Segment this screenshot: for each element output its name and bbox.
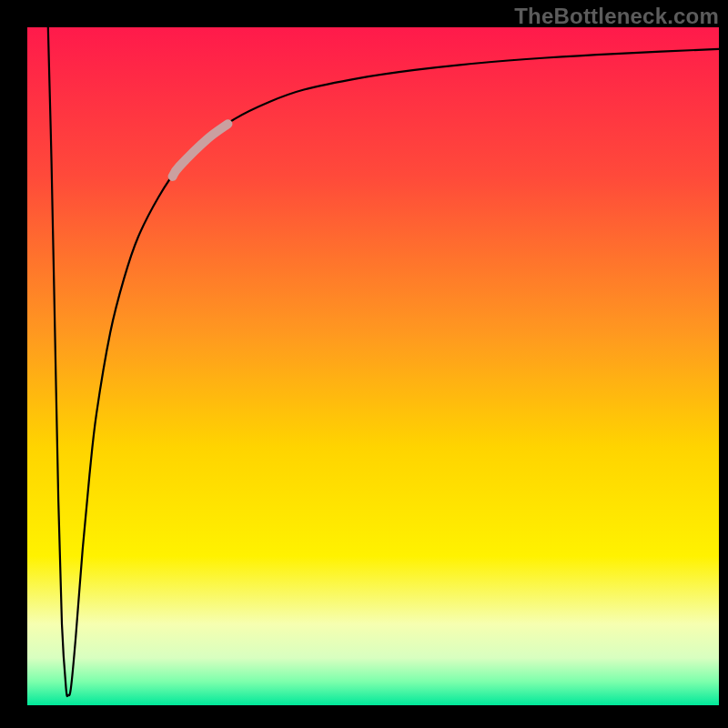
plot-area [27,27,719,705]
chart-frame: TheBottleneck.com [0,0,728,728]
chart-canvas [27,27,719,705]
gradient-background [27,27,719,705]
watermark-text: TheBottleneck.com [514,4,719,29]
